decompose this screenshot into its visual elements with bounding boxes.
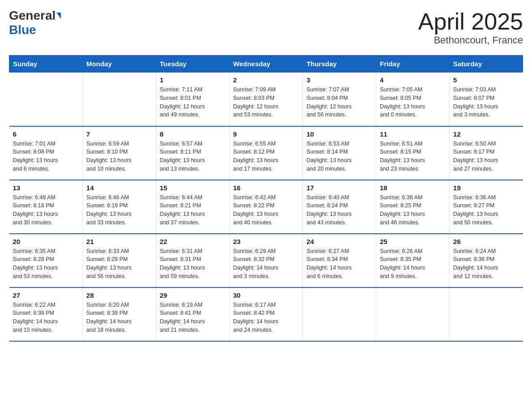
calendar-week-1: 1Sunrise: 7:11 AM Sunset: 8:01 PM Daylig… — [9, 73, 523, 126]
weekday-header-monday: Monday — [82, 56, 156, 73]
weekday-header-sunday: Sunday — [9, 56, 83, 73]
day-info: Sunrise: 6:17 AM Sunset: 8:42 PM Dayligh… — [233, 301, 299, 334]
day-number: 27 — [13, 291, 79, 299]
day-info: Sunrise: 6:35 AM Sunset: 8:28 PM Dayligh… — [13, 247, 79, 281]
day-info: Sunrise: 6:24 AM Sunset: 8:36 PM Dayligh… — [453, 247, 519, 281]
calendar-cell: 6Sunrise: 7:01 AM Sunset: 8:08 PM Daylig… — [9, 126, 83, 180]
calendar-cell: 12Sunrise: 6:50 AM Sunset: 8:17 PM Dayli… — [450, 126, 523, 180]
calendar-cell: 21Sunrise: 6:33 AM Sunset: 8:29 PM Dayli… — [82, 234, 156, 287]
day-info: Sunrise: 6:40 AM Sunset: 8:24 PM Dayligh… — [306, 193, 372, 227]
day-info: Sunrise: 6:27 AM Sunset: 8:34 PM Dayligh… — [306, 247, 372, 281]
day-number: 1 — [160, 76, 226, 84]
calendar-cell: 27Sunrise: 6:22 AM Sunset: 8:38 PM Dayli… — [9, 287, 83, 341]
calendar-cell: 30Sunrise: 6:17 AM Sunset: 8:42 PM Dayli… — [229, 287, 303, 341]
day-number: 4 — [380, 76, 446, 84]
calendar-cell: 15Sunrise: 6:44 AM Sunset: 8:21 PM Dayli… — [156, 180, 229, 234]
day-number: 11 — [380, 130, 446, 138]
calendar-cell: 26Sunrise: 6:24 AM Sunset: 8:36 PM Dayli… — [450, 234, 523, 287]
weekday-header-thursday: Thursday — [303, 56, 376, 73]
calendar-week-5: 27Sunrise: 6:22 AM Sunset: 8:38 PM Dayli… — [9, 287, 523, 341]
day-info: Sunrise: 6:19 AM Sunset: 8:41 PM Dayligh… — [160, 301, 226, 334]
day-number: 6 — [13, 130, 79, 138]
weekday-header-saturday: Saturday — [450, 56, 523, 73]
page-subtitle: Bethoncourt, France — [418, 34, 523, 46]
day-info: Sunrise: 6:22 AM Sunset: 8:38 PM Dayligh… — [13, 301, 79, 334]
calendar-cell: 28Sunrise: 6:20 AM Sunset: 8:39 PM Dayli… — [82, 287, 156, 341]
day-info: Sunrise: 6:50 AM Sunset: 8:17 PM Dayligh… — [453, 140, 519, 173]
day-info: Sunrise: 6:42 AM Sunset: 8:22 PM Dayligh… — [233, 193, 299, 227]
day-info: Sunrise: 6:53 AM Sunset: 8:14 PM Dayligh… — [306, 140, 372, 173]
day-info: Sunrise: 6:33 AM Sunset: 8:29 PM Dayligh… — [86, 247, 152, 281]
logo-general: General — [9, 9, 56, 23]
day-info: Sunrise: 6:20 AM Sunset: 8:39 PM Dayligh… — [86, 301, 152, 334]
day-number: 14 — [86, 184, 152, 192]
calendar-cell: 5Sunrise: 7:03 AM Sunset: 8:07 PM Daylig… — [450, 73, 523, 126]
day-info: Sunrise: 6:44 AM Sunset: 8:21 PM Dayligh… — [160, 193, 226, 227]
day-number: 22 — [160, 238, 226, 245]
calendar-week-4: 20Sunrise: 6:35 AM Sunset: 8:28 PM Dayli… — [9, 234, 523, 287]
calendar-cell: 14Sunrise: 6:46 AM Sunset: 8:19 PM Dayli… — [82, 180, 156, 234]
day-number: 23 — [233, 238, 299, 245]
calendar-cell: 11Sunrise: 6:51 AM Sunset: 8:15 PM Dayli… — [376, 126, 450, 180]
day-number: 30 — [233, 291, 299, 299]
calendar-cell: 7Sunrise: 6:59 AM Sunset: 8:10 PM Daylig… — [82, 126, 156, 180]
header-row: SundayMondayTuesdayWednesdayThursdayFrid… — [9, 56, 523, 73]
day-number: 3 — [306, 76, 372, 84]
day-number: 26 — [453, 238, 519, 245]
calendar-cell — [82, 73, 156, 126]
day-number: 9 — [233, 130, 299, 138]
day-info: Sunrise: 6:59 AM Sunset: 8:10 PM Dayligh… — [86, 140, 152, 173]
logo-blue: Blue — [9, 23, 36, 37]
day-number: 17 — [306, 184, 372, 192]
calendar-cell: 19Sunrise: 6:36 AM Sunset: 8:27 PM Dayli… — [450, 180, 523, 234]
calendar-cell: 2Sunrise: 7:09 AM Sunset: 8:03 PM Daylig… — [229, 73, 303, 126]
day-info: Sunrise: 7:11 AM Sunset: 8:01 PM Dayligh… — [160, 86, 226, 119]
day-info: Sunrise: 6:55 AM Sunset: 8:12 PM Dayligh… — [233, 140, 299, 173]
day-number: 13 — [13, 184, 79, 192]
day-number: 10 — [306, 130, 372, 138]
logo-triangle-icon — [56, 13, 61, 19]
day-info: Sunrise: 7:09 AM Sunset: 8:03 PM Dayligh… — [233, 86, 299, 119]
day-info: Sunrise: 6:57 AM Sunset: 8:11 PM Dayligh… — [160, 140, 226, 173]
weekday-header-wednesday: Wednesday — [229, 56, 303, 73]
calendar-cell: 22Sunrise: 6:31 AM Sunset: 8:31 PM Dayli… — [156, 234, 229, 287]
day-number: 28 — [86, 291, 152, 299]
calendar-cell: 3Sunrise: 7:07 AM Sunset: 8:04 PM Daylig… — [303, 73, 376, 126]
calendar-cell: 13Sunrise: 6:48 AM Sunset: 8:18 PM Dayli… — [9, 180, 83, 234]
day-number: 25 — [380, 238, 446, 245]
calendar-cell: 23Sunrise: 6:29 AM Sunset: 8:32 PM Dayli… — [229, 234, 303, 287]
day-number: 19 — [453, 184, 519, 192]
calendar-cell: 24Sunrise: 6:27 AM Sunset: 8:34 PM Dayli… — [303, 234, 376, 287]
day-info: Sunrise: 6:46 AM Sunset: 8:19 PM Dayligh… — [86, 193, 152, 227]
calendar-cell: 10Sunrise: 6:53 AM Sunset: 8:14 PM Dayli… — [303, 126, 376, 180]
day-number: 15 — [160, 184, 226, 192]
calendar-body: 1Sunrise: 7:11 AM Sunset: 8:01 PM Daylig… — [9, 73, 523, 341]
weekday-header-friday: Friday — [376, 56, 450, 73]
day-number: 2 — [233, 76, 299, 84]
day-info: Sunrise: 6:48 AM Sunset: 8:18 PM Dayligh… — [13, 193, 79, 227]
logo: General Blue — [9, 9, 61, 37]
day-number: 20 — [13, 238, 79, 245]
calendar-cell — [9, 73, 83, 126]
calendar-cell: 8Sunrise: 6:57 AM Sunset: 8:11 PM Daylig… — [156, 126, 229, 180]
calendar-cell: 4Sunrise: 7:05 AM Sunset: 8:05 PM Daylig… — [376, 73, 450, 126]
day-number: 29 — [160, 291, 226, 299]
weekday-header-tuesday: Tuesday — [156, 56, 229, 73]
day-info: Sunrise: 7:07 AM Sunset: 8:04 PM Dayligh… — [306, 86, 372, 119]
day-number: 18 — [380, 184, 446, 192]
calendar-cell: 20Sunrise: 6:35 AM Sunset: 8:28 PM Dayli… — [9, 234, 83, 287]
calendar-cell: 9Sunrise: 6:55 AM Sunset: 8:12 PM Daylig… — [229, 126, 303, 180]
page-title: April 2025 — [418, 9, 523, 34]
calendar-header: SundayMondayTuesdayWednesdayThursdayFrid… — [9, 56, 523, 73]
calendar-cell: 16Sunrise: 6:42 AM Sunset: 8:22 PM Dayli… — [229, 180, 303, 234]
day-number: 5 — [453, 76, 519, 84]
day-number: 16 — [233, 184, 299, 192]
day-info: Sunrise: 6:36 AM Sunset: 8:27 PM Dayligh… — [453, 193, 519, 227]
day-info: Sunrise: 6:26 AM Sunset: 8:35 PM Dayligh… — [380, 247, 446, 281]
calendar-week-2: 6Sunrise: 7:01 AM Sunset: 8:08 PM Daylig… — [9, 126, 523, 180]
day-info: Sunrise: 7:03 AM Sunset: 8:07 PM Dayligh… — [453, 86, 519, 119]
page-header: General Blue April 2025 Bethoncourt, Fra… — [9, 9, 523, 46]
day-number: 12 — [453, 130, 519, 138]
calendar-cell: 17Sunrise: 6:40 AM Sunset: 8:24 PM Dayli… — [303, 180, 376, 234]
calendar-cell — [303, 287, 376, 341]
